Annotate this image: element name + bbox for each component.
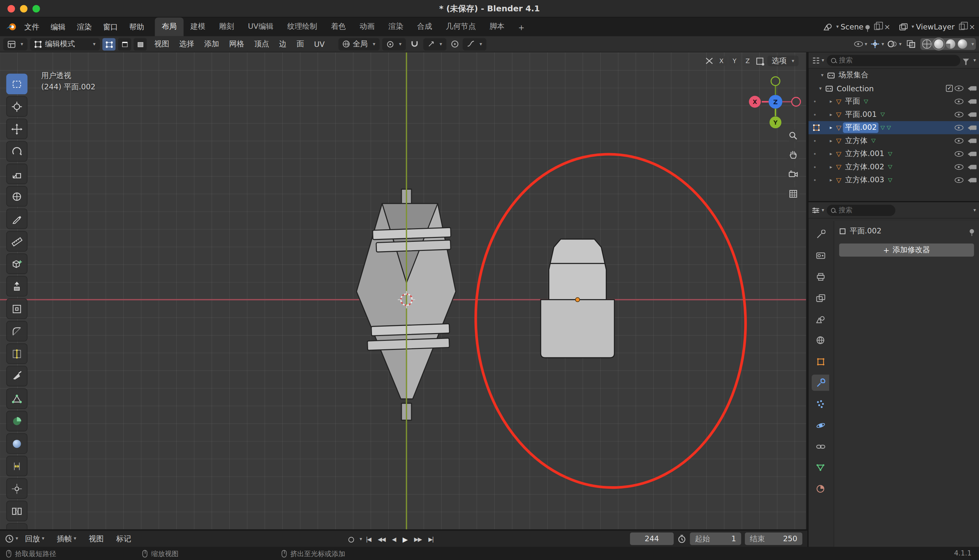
scene-name[interactable]: Scene xyxy=(841,22,864,31)
hide-eye-icon[interactable] xyxy=(955,138,964,143)
collapse-icon[interactable]: ▾ xyxy=(819,73,825,78)
outliner-row-plane-002[interactable]: ▸ ▽ 平面.002 ▽ ▽ xyxy=(809,121,979,134)
tab-constraints[interactable] xyxy=(812,438,829,455)
hide-eye-icon[interactable] xyxy=(955,151,964,157)
outliner-row-plane-001[interactable]: • ▸ ▽ 平面.001 ▽ xyxy=(809,108,979,122)
workspace-tab-layout[interactable]: 布局 xyxy=(155,17,183,36)
tool-scale[interactable] xyxy=(6,163,28,184)
disable-render-icon[interactable] xyxy=(968,164,976,170)
new-scene-icon[interactable] xyxy=(874,23,880,30)
playback-menu[interactable]: 回放▾ xyxy=(19,529,50,548)
blender-logo-icon[interactable] xyxy=(4,22,19,31)
wireframe-shading-button[interactable] xyxy=(922,40,932,49)
hide-eye-icon[interactable] xyxy=(955,125,964,130)
tool-smooth[interactable] xyxy=(6,433,28,454)
camera-view-icon[interactable] xyxy=(786,167,800,181)
outliner-editor-type-button[interactable]: ▾ xyxy=(812,57,824,64)
delete-viewlayer-icon[interactable]: × xyxy=(969,22,975,31)
play-button[interactable]: ▶ xyxy=(400,535,410,543)
outliner-row-plane[interactable]: • ▸ ▽ 平面 ▽ xyxy=(809,95,979,108)
tool-loop-cut[interactable] xyxy=(6,343,28,364)
solid-shading-button[interactable] xyxy=(934,40,943,49)
menu-edge[interactable]: 边 xyxy=(274,36,292,52)
tool-bevel[interactable] xyxy=(6,321,28,342)
outliner-row-cube-002[interactable]: • ▸ ▽ 立方体.002 ▽ xyxy=(809,160,979,174)
properties-search[interactable] xyxy=(827,205,895,216)
marker-menu[interactable]: 标记 xyxy=(110,529,137,548)
tab-render[interactable] xyxy=(812,247,829,263)
tool-extrude-region[interactable] xyxy=(6,276,28,297)
tool-measure[interactable] xyxy=(6,231,28,252)
tab-particles[interactable] xyxy=(812,396,829,412)
menu-file[interactable]: 文件 xyxy=(19,17,45,36)
orthographic-grid-icon[interactable] xyxy=(786,187,800,200)
outliner-row-cube-001[interactable]: • ▸ ▽ 立方体.001 ▽ xyxy=(809,147,979,160)
properties-search-input[interactable] xyxy=(839,206,891,214)
tool-knife[interactable] xyxy=(6,366,28,387)
use-preview-range-icon[interactable] xyxy=(677,535,686,543)
mirror-icon[interactable] xyxy=(705,57,714,65)
tool-inset-faces[interactable] xyxy=(6,298,28,319)
expand-icon[interactable]: ▸ xyxy=(828,177,834,183)
gizmos-dropdown[interactable]: ▾ xyxy=(870,40,884,49)
jump-to-end-button[interactable]: ▶| xyxy=(425,537,436,543)
mode-dropdown[interactable]: 编辑模式 ▾ xyxy=(30,38,100,50)
tab-view-layer[interactable] xyxy=(812,290,829,306)
hide-eye-icon[interactable] xyxy=(955,177,964,183)
outliner-row-cube-003[interactable]: • ▸ ▽ 立方体.003 ▽ xyxy=(809,173,979,187)
viewport-3d[interactable]: 用户透视 (244) 平面.002 X Y Z 选项 ▾ xyxy=(0,52,806,529)
workspace-tab-geometry-nodes[interactable]: 几何节点 xyxy=(439,17,483,36)
workspace-tab-modeling[interactable]: 建模 xyxy=(183,17,212,36)
snap-toggle-button[interactable] xyxy=(408,41,421,47)
rendered-shading-button[interactable] xyxy=(957,40,967,49)
mirror-y-button[interactable]: Y xyxy=(729,56,740,66)
viewlayer-name[interactable]: ViewLayer xyxy=(916,22,954,31)
tool-cursor[interactable] xyxy=(6,96,28,117)
menu-uv[interactable]: UV xyxy=(309,36,330,52)
disable-render-icon[interactable] xyxy=(968,151,976,157)
play-reverse-button[interactable]: ◀ xyxy=(389,537,399,543)
object-name[interactable]: 立方体.002 xyxy=(843,162,886,173)
menu-vertex[interactable]: 顶点 xyxy=(249,36,274,52)
breadcrumb-object-name[interactable]: 平面.002 xyxy=(850,226,882,237)
tab-physics[interactable] xyxy=(812,417,829,433)
tool-shear[interactable] xyxy=(6,523,28,529)
hide-eye-icon[interactable] xyxy=(955,99,964,104)
vertex-select-mode-button[interactable] xyxy=(102,38,115,50)
outliner-row-scene-collection[interactable]: ▾ 场景集合 xyxy=(809,68,979,82)
tab-world[interactable] xyxy=(812,332,829,348)
tab-object-data[interactable] xyxy=(812,459,829,475)
add-workspace-button[interactable]: + xyxy=(512,19,532,36)
frame-start-field[interactable]: 起始1 xyxy=(690,532,741,545)
tab-output[interactable] xyxy=(812,268,829,285)
editor-type-button[interactable]: ▾ xyxy=(3,38,28,50)
snap-settings-dropdown[interactable]: ▾ xyxy=(424,38,447,50)
tool-move[interactable] xyxy=(6,118,28,139)
tab-material[interactable] xyxy=(812,481,829,497)
expand-icon[interactable]: ▸ xyxy=(828,112,834,117)
expand-icon[interactable]: ▸ xyxy=(828,99,834,104)
filter-funnel-icon[interactable] xyxy=(963,58,969,62)
tool-rip-region[interactable] xyxy=(6,501,28,522)
tool-select-box[interactable] xyxy=(6,74,28,95)
delete-scene-icon[interactable]: × xyxy=(884,22,890,31)
disable-render-icon[interactable] xyxy=(968,85,976,91)
menu-view[interactable]: 视图 xyxy=(149,36,174,52)
tab-modifiers[interactable] xyxy=(812,375,829,391)
new-viewlayer-icon[interactable] xyxy=(959,23,964,30)
outliner-search-input[interactable] xyxy=(839,56,956,64)
menu-face[interactable]: 面 xyxy=(292,36,309,52)
workspace-tab-scripting[interactable]: 脚本 xyxy=(483,17,512,36)
menu-help[interactable]: 帮助 xyxy=(123,17,150,36)
workspace-tab-uv[interactable]: UV编辑 xyxy=(241,17,280,36)
tool-rotate[interactable] xyxy=(6,141,28,162)
pivot-point-dropdown[interactable]: ▾ xyxy=(382,38,406,50)
outliner-row-cube[interactable]: • ▸ ▽ 立方体 ▽ xyxy=(809,134,979,148)
object-name[interactable]: 立方体.003 xyxy=(843,175,886,185)
tool-annotate[interactable] xyxy=(6,208,28,229)
mirror-z-button[interactable]: Z xyxy=(742,56,753,66)
zoom-icon[interactable] xyxy=(786,128,800,142)
expand-icon[interactable]: ▸ xyxy=(828,164,834,170)
disable-render-icon[interactable] xyxy=(968,99,976,104)
hide-eye-icon[interactable] xyxy=(955,85,964,91)
